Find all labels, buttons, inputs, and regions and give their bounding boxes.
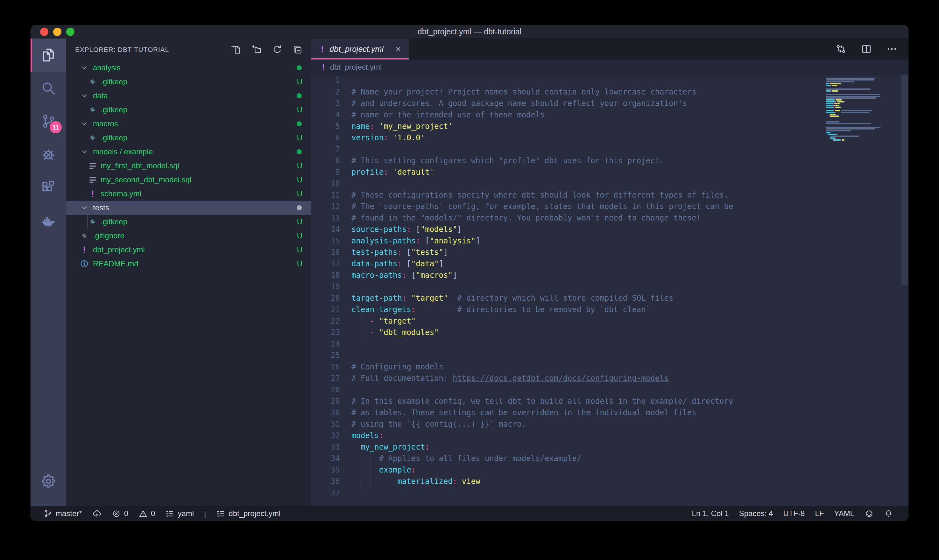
code-token: # Name your project! Project names shoul… xyxy=(351,88,696,96)
line-number: 2 xyxy=(311,86,340,98)
tree-item-my-second-dbt-model-sql[interactable]: my_second_dbt_model.sqlU xyxy=(66,173,311,187)
code-token: example xyxy=(379,466,411,474)
warning-icon xyxy=(139,509,148,518)
activity-item-settings[interactable] xyxy=(31,465,66,498)
activity-item-search[interactable] xyxy=(31,72,66,105)
status-publish-changes[interactable] xyxy=(92,509,102,518)
files-icon xyxy=(40,47,57,63)
minimap-line xyxy=(835,103,839,105)
line-number: 20 xyxy=(311,292,340,304)
minimap-line xyxy=(836,99,841,100)
open-changes-button[interactable] xyxy=(835,43,847,55)
code-line-29: 29# In this example config, we tell dbt … xyxy=(311,395,908,407)
line-number: 5 xyxy=(311,121,340,132)
code-line-19: 19 xyxy=(311,281,908,292)
tree-item-analysis[interactable]: analysis xyxy=(66,61,311,75)
scrollbar-thumb[interactable] xyxy=(901,75,908,285)
status-language-mode[interactable]: YAML xyxy=(834,509,854,518)
activity-item-docker[interactable] xyxy=(31,204,66,237)
new-file-button[interactable] xyxy=(231,44,242,55)
tree-item-tests[interactable]: tests xyxy=(66,201,311,215)
status-file-outline[interactable]: dbt_project.yml xyxy=(216,509,280,518)
code-token: # found in the "models/" directory. You … xyxy=(351,214,701,222)
activity-item-extensions[interactable] xyxy=(31,171,66,204)
status-indentation[interactable]: Spaces: 4 xyxy=(739,509,773,518)
code-token: test-paths xyxy=(351,248,397,257)
status-git-branch[interactable]: master* xyxy=(43,509,82,518)
minimap-line xyxy=(828,134,837,135)
code-editor[interactable]: 12# Name your project! Project names sho… xyxy=(311,75,908,506)
tree-item-macros[interactable]: macros xyxy=(66,117,311,131)
minimap-line xyxy=(835,110,840,111)
tree-item--gitignore[interactable]: .gitignoreU xyxy=(66,229,311,243)
activity-item-debug[interactable] xyxy=(31,138,66,171)
code-token xyxy=(457,477,462,486)
status-warnings[interactable]: 0 xyxy=(139,509,155,518)
minimap-line xyxy=(826,128,875,129)
code-line-5: 5name: 'my_new_project' xyxy=(311,121,908,132)
status-feedback[interactable] xyxy=(865,509,874,518)
tree-item-label: README.md xyxy=(66,259,139,268)
tree-item-schema-yml[interactable]: !schema.ymlU xyxy=(66,187,311,201)
minimize-window-button[interactable] xyxy=(53,28,62,36)
tree-item--gitkeep[interactable]: .gitkeepU xyxy=(66,215,311,229)
tab-dbt-project-yml[interactable]: ! dbt_project.yml × xyxy=(311,38,409,60)
line-number: 8 xyxy=(311,155,340,166)
activity-item-source-control[interactable]: 11 xyxy=(31,105,66,138)
code-token: version xyxy=(351,133,383,142)
code-token: "data" xyxy=(411,259,439,268)
status-label: | xyxy=(204,509,206,518)
git-untracked-badge: U xyxy=(297,133,302,142)
tree-item-data[interactable]: data xyxy=(66,89,311,103)
code-token: data-paths xyxy=(351,259,397,268)
code-token: materialized xyxy=(397,477,453,486)
code-token: : xyxy=(370,122,374,131)
status-cursor-position[interactable]: Ln 1, Col 1 xyxy=(692,509,729,518)
code-token xyxy=(374,328,379,337)
tree-item-readme-md[interactable]: README.mdU xyxy=(66,257,311,271)
line-number: 33 xyxy=(311,441,340,453)
code-line-11: 11# These configurations specify where d… xyxy=(311,189,908,201)
tree-item--gitkeep[interactable]: .gitkeepU xyxy=(66,75,311,89)
new-folder-button[interactable] xyxy=(251,44,262,55)
status-encoding[interactable]: UTF-8 xyxy=(783,509,805,518)
tree-item-my-first-dbt-model-sql[interactable]: my_first_dbt_model.sqlU xyxy=(66,159,311,173)
minimap-line xyxy=(826,88,871,90)
status-label: YAML xyxy=(834,509,854,518)
more-button[interactable] xyxy=(886,43,897,55)
code-token: : xyxy=(402,294,406,303)
status-errors[interactable]: 0 xyxy=(112,509,128,518)
code-line-17: 17data-paths: ["data"] xyxy=(311,258,908,269)
code-token: clean-targets xyxy=(351,305,411,314)
git-file-icon xyxy=(88,105,97,115)
code-line-8: 8# This setting configures which "profil… xyxy=(311,155,908,166)
collapse-all-button[interactable] xyxy=(292,44,303,55)
tree-item--gitkeep[interactable]: .gitkeepU xyxy=(66,103,311,117)
status-notifications[interactable] xyxy=(884,509,893,518)
line-number: 22 xyxy=(311,315,340,327)
minimap-line xyxy=(839,105,839,106)
code-token: macro-paths xyxy=(351,271,402,280)
activity-item-explorer[interactable] xyxy=(31,38,66,72)
yaml-file-icon: ! xyxy=(322,62,325,72)
refresh-button[interactable] xyxy=(272,44,283,55)
breadcrumb-item-file[interactable]: dbt_project.yml xyxy=(330,63,382,72)
status-eol[interactable]: LF xyxy=(815,509,824,518)
smiley-icon xyxy=(865,509,874,518)
zoom-window-button[interactable] xyxy=(66,28,74,36)
split-editor-button[interactable] xyxy=(861,43,872,55)
line-number: 7 xyxy=(311,143,340,155)
comment-link[interactable]: https://docs.getdbt.com/docs/configuring… xyxy=(453,374,669,383)
tab-close-icon[interactable]: × xyxy=(395,44,401,54)
status-yaml-outline[interactable]: yaml xyxy=(165,509,194,518)
tree-item--gitkeep[interactable]: .gitkeepU xyxy=(66,131,311,145)
error-icon xyxy=(112,509,121,518)
close-window-button[interactable] xyxy=(40,28,48,36)
tree-item-models-example[interactable]: models / example xyxy=(66,145,311,159)
minimap-line xyxy=(826,123,840,124)
minimap-line xyxy=(837,134,837,135)
file-tree: analysis.gitkeepUdata.gitkeepUmacros.git… xyxy=(66,61,311,506)
tree-item-dbt-project-yml[interactable]: !dbt_project.ymlU xyxy=(66,243,311,257)
status-right: Ln 1, Col 1Spaces: 4UTF-8LFYAML xyxy=(692,509,893,518)
code-line-28: 28 xyxy=(311,384,908,395)
